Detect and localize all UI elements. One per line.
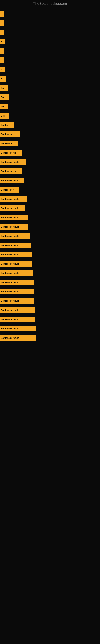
bar-row: Bottleneck result [0, 250, 100, 259]
bar-row: Bottleneck result [0, 287, 100, 296]
bar-item: Bottleneck result [0, 289, 34, 294]
bar-row: Bottleneck res [0, 148, 100, 157]
bar-row: Bottleneck result [0, 232, 100, 240]
bar-item: Bottleneck result [0, 298, 34, 304]
bar-row: Bottleneck resul [0, 176, 100, 185]
bar-item [0, 11, 3, 17]
bar-item: Bot [0, 113, 9, 118]
bar-row: B [0, 37, 100, 46]
bar-row: Bo [0, 84, 100, 92]
bar-item: Bottleneck res [0, 168, 22, 174]
bar-row: Bottleneck result [0, 260, 100, 268]
bar-row [0, 19, 100, 28]
bar-item: Bottleneck result [0, 233, 30, 239]
bar-row: Bottleneck [0, 139, 100, 148]
bar-row: Bottleneck result [0, 269, 100, 278]
bar-item: Bottleneck result [0, 215, 28, 220]
bar-row: Bottleneck result [0, 213, 100, 222]
bar-item: Bottleneck r [0, 187, 19, 192]
bar-item: Bottlen [0, 122, 14, 128]
bar-row: Bottleneck result [0, 194, 100, 204]
bar-row [0, 28, 100, 37]
bar-item: Bottleneck resul [0, 206, 25, 211]
bar-item: B [0, 39, 5, 44]
bar-item: Bottleneck result [0, 270, 33, 276]
bar-row: Bottleneck result [0, 158, 100, 166]
bar-item: Bottleneck re [0, 132, 20, 137]
bar-row: Bottleneck result [0, 222, 100, 231]
bar-item: Bo [0, 104, 8, 109]
bar-row [0, 10, 100, 18]
bar-row: Bottleneck result [0, 306, 100, 314]
bar-item: Bo [0, 85, 8, 91]
bar-row: Bottleneck result [0, 278, 100, 287]
bar-item: Bottleneck result [0, 280, 34, 285]
bar-item: Bottleneck result [0, 335, 36, 341]
bar-item [0, 20, 4, 26]
bar-item [0, 30, 4, 35]
bar-item: Bottleneck result [0, 242, 31, 248]
bar-item: Bottleneck result [0, 316, 35, 322]
bar-row: Bot [0, 111, 100, 120]
bar-row: Bottleneck result [0, 315, 100, 324]
bar-item: Bottleneck result [0, 159, 26, 165]
bar-row: B [0, 65, 100, 74]
bar-row: Bottleneck result [0, 334, 100, 342]
bar-item: Bottleneck result [0, 261, 32, 267]
bar-row: Bottleneck result [0, 241, 100, 250]
bar-row: Bottleneck result [0, 296, 100, 305]
bar-item: Bottleneck resul [0, 178, 24, 183]
bar-row: Bottleneck result [0, 324, 100, 333]
bar-row [0, 46, 100, 55]
bar-item: Bottleneck result [0, 224, 28, 230]
bar-row: Bottlen [0, 120, 100, 130]
bar-item [0, 48, 4, 54]
bar-item [0, 57, 4, 63]
bar-row: B [0, 74, 100, 83]
site-title: TheBottlenecker.com [0, 0, 100, 8]
bar-row: Bottleneck r [0, 185, 100, 194]
bars-container: BBBBoBotBoBotBottlenBottleneck reBottlen… [0, 8, 100, 343]
bar-item: Bottleneck res [0, 150, 22, 156]
bar-item: Bottleneck result [0, 326, 36, 332]
bar-item: B [0, 66, 5, 72]
bar-item: B [0, 76, 6, 82]
bar-item: Bottleneck [0, 141, 18, 146]
bar-item: Bottleneck result [0, 307, 35, 313]
bar-row: Bottleneck resul [0, 204, 100, 213]
bar-row: Bottleneck re [0, 130, 100, 139]
bar-item: Bottleneck result [0, 252, 32, 258]
bar-item: Bottleneck result [0, 196, 27, 202]
bar-row [0, 56, 100, 64]
bar-row: Bottleneck res [0, 167, 100, 176]
bar-row: Bot [0, 93, 100, 102]
bar-item: Bot [0, 94, 9, 100]
bar-row: Bo [0, 102, 100, 111]
